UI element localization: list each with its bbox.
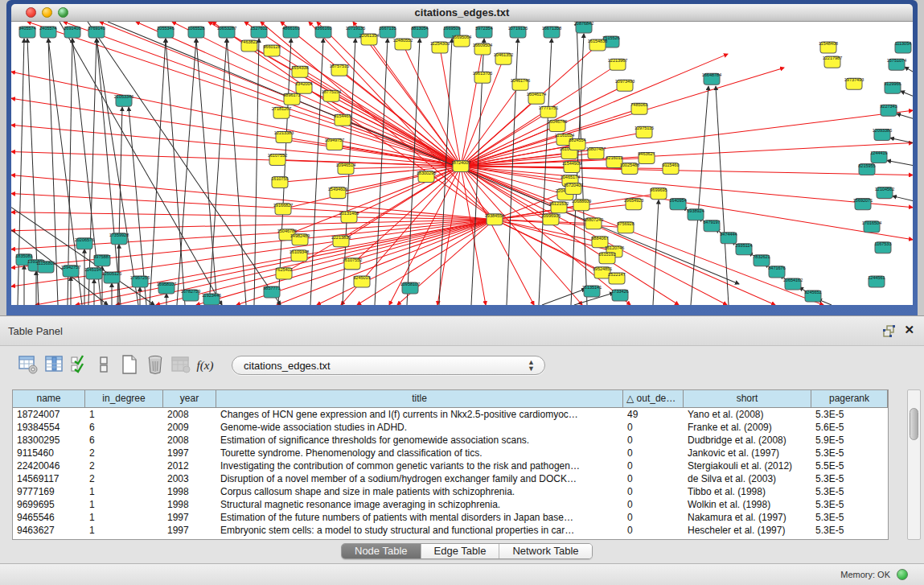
network-node[interactable]: 7463822 xyxy=(240,39,257,51)
window-titlebar[interactable]: citations_edges.txt xyxy=(11,4,913,22)
network-node[interactable]: 15692071 xyxy=(853,198,873,210)
network-node[interactable]: 18724007 xyxy=(451,159,470,171)
network-node[interactable]: 11923446 xyxy=(202,293,221,305)
network-node[interactable]: 17016504 xyxy=(862,220,881,233)
column-header[interactable]: year xyxy=(163,390,216,408)
network-node[interactable]: 21053346 xyxy=(114,94,133,106)
network-node[interactable]: 16135141 xyxy=(582,285,602,297)
black-edge[interactable] xyxy=(653,200,659,305)
network-node[interactable]: 9245652 xyxy=(804,290,821,302)
delete-column-button[interactable] xyxy=(143,353,167,377)
network-node[interactable]: 10654162 xyxy=(783,278,803,290)
network-node[interactable]: 10807487 xyxy=(586,146,606,159)
table-row[interactable]: 911546021997Tourette syndrome. Phenomeno… xyxy=(13,447,888,459)
black-edge[interactable] xyxy=(691,86,708,305)
column-header[interactable]: in_degree xyxy=(85,390,163,408)
network-node[interactable]: 6938924 xyxy=(687,208,704,220)
black-edge[interactable] xyxy=(254,39,259,305)
network-node[interactable]: 16695064 xyxy=(452,35,471,47)
new-column-button[interactable] xyxy=(117,353,142,377)
network-node[interactable]: 16720407 xyxy=(564,183,583,195)
network-node[interactable]: 10946514 xyxy=(336,163,355,175)
network-node[interactable]: 10949757 xyxy=(325,138,344,150)
black-edge[interactable] xyxy=(716,86,729,305)
network-node[interactable]: 18300295 xyxy=(417,171,436,183)
network-node[interactable]: 10461352 xyxy=(494,52,513,64)
network-node[interactable]: 20876842 xyxy=(574,22,593,33)
network-node[interactable]: 1610755 xyxy=(271,176,288,188)
network-node[interactable]: 8215955 xyxy=(858,163,875,175)
network-node[interactable]: 8813054 xyxy=(411,26,428,38)
tab-network-table[interactable]: Network Table xyxy=(499,544,591,558)
network-node[interactable]: 12093385 xyxy=(873,128,892,140)
network-node[interactable]: 5972354 xyxy=(475,26,492,38)
network-node[interactable]: 12480552 xyxy=(393,38,413,50)
network-node[interactable]: 9129966 xyxy=(884,81,901,93)
network-node[interactable]: 16046174 xyxy=(527,92,546,104)
black-edge[interactable] xyxy=(278,39,291,305)
network-node[interactable]: 1244561 xyxy=(868,275,885,287)
table-row[interactable]: 977716911998Corpus callosum shape and si… xyxy=(13,485,888,498)
black-edge[interactable] xyxy=(901,91,913,96)
network-node[interactable]: 1244419 xyxy=(870,150,887,163)
network-node[interactable]: 16121532 xyxy=(549,201,569,213)
network-node[interactable]: 17771751 xyxy=(539,105,558,117)
network-node[interactable]: 20206576 xyxy=(75,237,94,249)
network-node[interactable]: 1654338 xyxy=(291,65,308,77)
row-height-button[interactable] xyxy=(92,353,116,377)
network-node[interactable]: 16609504 xyxy=(473,43,492,55)
network-node[interactable]: 9474444 xyxy=(720,232,737,244)
close-panel-icon[interactable]: ✕ xyxy=(904,323,914,337)
network-node[interactable]: 10973493 xyxy=(615,79,634,91)
black-edge[interactable] xyxy=(893,196,913,201)
black-edge[interactable] xyxy=(209,39,227,305)
network-node[interactable]: 12217987 xyxy=(823,56,842,68)
network-node[interactable]: 4866160 xyxy=(282,26,299,38)
network-node[interactable]: 7625402 xyxy=(275,267,292,279)
network-node[interactable]: 15751074 xyxy=(887,58,906,70)
network-node[interactable]: 9699695 xyxy=(650,187,667,200)
network-node[interactable]: 6479197 xyxy=(703,220,720,232)
network-node[interactable]: 16958107 xyxy=(157,282,176,294)
network-node[interactable]: 10996935 xyxy=(541,213,561,225)
network-node[interactable]: 20131465 xyxy=(339,211,359,223)
network-node[interactable]: 11544909 xyxy=(562,160,581,172)
network-node[interactable]: 9896172 xyxy=(283,93,300,105)
network-node[interactable]: 19737493 xyxy=(844,77,864,89)
network-node[interactable]: 9405574 xyxy=(18,26,35,38)
network-node[interactable]: 1640954 xyxy=(669,198,686,210)
tab-node-table[interactable]: Node Table xyxy=(342,544,421,558)
column-header[interactable]: title xyxy=(216,390,623,408)
red-edge[interactable] xyxy=(277,220,495,305)
network-node[interactable]: 2935114 xyxy=(736,243,753,255)
network-node[interactable]: 27181267 xyxy=(272,106,291,118)
network-node[interactable]: 19654923 xyxy=(624,198,643,210)
column-header[interactable]: name xyxy=(13,390,85,408)
network-node[interactable]: 16782759 xyxy=(181,289,200,301)
network-node[interactable]: 2055346 xyxy=(157,26,174,38)
network-node[interactable]: 16154838 xyxy=(588,39,607,51)
table-vertical-scrollbar[interactable] xyxy=(907,389,921,540)
network-node[interactable]: 9227343 xyxy=(880,104,897,116)
red-edge[interactable] xyxy=(461,167,534,305)
network-node[interactable]: 12213967 xyxy=(608,58,627,70)
network-node[interactable]: 12975115 xyxy=(634,126,654,138)
network-node[interactable]: 22061354 xyxy=(359,33,379,45)
red-edge[interactable] xyxy=(11,125,461,166)
red-edge[interactable] xyxy=(461,167,823,305)
network-node[interactable]: 3824554 xyxy=(569,138,585,150)
network-node[interactable]: 18775154 xyxy=(322,89,341,101)
network-node[interactable]: 16107552 xyxy=(343,257,362,270)
black-edge[interactable] xyxy=(227,39,246,305)
network-node[interactable]: 10653287 xyxy=(217,26,236,38)
table-row[interactable]: 2242004622012Investigating the contribut… xyxy=(13,459,888,472)
red-edge[interactable] xyxy=(11,72,461,166)
table-row[interactable]: 1938455462009Genome-wide association stu… xyxy=(13,421,888,434)
network-node[interactable]: 2342004 xyxy=(295,81,312,93)
table-row[interactable]: 1830029562008Estimation of significance … xyxy=(13,434,888,447)
table-selector-dropdown[interactable]: citations_edges.txt ▲▼ xyxy=(232,356,545,375)
network-node[interactable]: 16107552 xyxy=(268,153,287,165)
table-row[interactable]: 946362711997Embryonic stem cells: a mode… xyxy=(13,524,888,537)
network-node[interactable]: 13942757 xyxy=(61,265,80,277)
black-edge[interactable] xyxy=(60,22,222,305)
